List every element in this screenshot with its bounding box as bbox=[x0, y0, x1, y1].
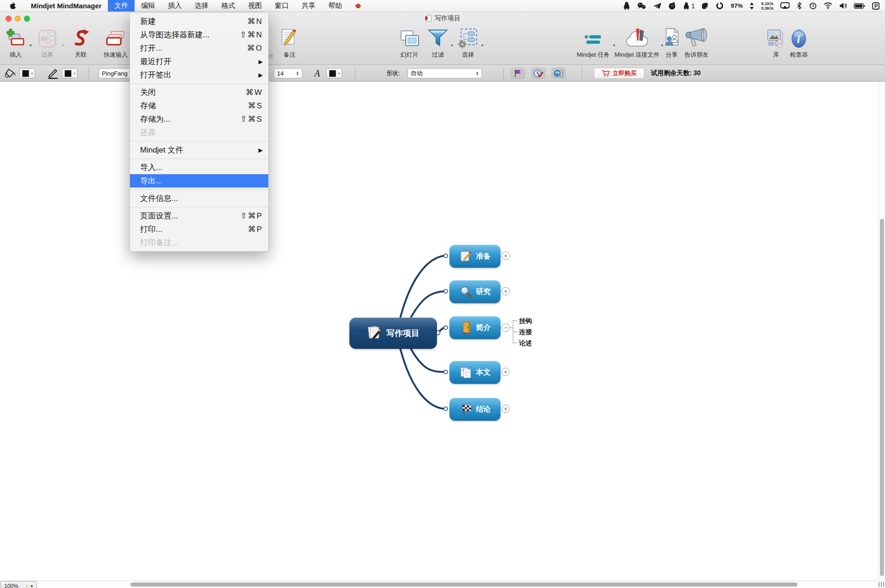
line-color-swatch[interactable]: ▼ bbox=[62, 65, 77, 82]
expand-badge[interactable]: + bbox=[502, 252, 510, 260]
wifi-icon[interactable] bbox=[824, 2, 832, 9]
horizontal-scrollbar[interactable] bbox=[0, 581, 885, 588]
library-button[interactable]: 库 bbox=[767, 26, 785, 59]
updown-arrows-icon[interactable] bbox=[749, 2, 754, 10]
insert-icon bbox=[2, 26, 30, 49]
bomb-app-icon[interactable] bbox=[668, 2, 676, 10]
mindjet-files-button[interactable]: ▼ Mindjet 连接文件 bbox=[613, 26, 661, 59]
ring-app-icon[interactable] bbox=[716, 2, 724, 10]
app-name: Mindjet MindManager bbox=[24, 0, 108, 12]
network-speed[interactable]: 0.1K/s 0.3K/s bbox=[761, 1, 773, 11]
insert-topic-button[interactable]: ▼ 插入 bbox=[2, 26, 30, 59]
slides-button[interactable]: 幻灯片 bbox=[395, 26, 424, 59]
vertical-scrollbar-thumb[interactable] bbox=[880, 219, 884, 576]
cart-icon bbox=[602, 70, 610, 77]
apple-menu-icon[interactable] bbox=[0, 2, 24, 10]
menubar-item-window[interactable]: 窗口 bbox=[268, 0, 295, 12]
buy-now-button[interactable]: 立即购买 bbox=[594, 68, 644, 79]
evernote-icon[interactable] bbox=[702, 2, 709, 10]
subtopic-argument[interactable]: 论述 bbox=[519, 338, 532, 347]
menubar-item-format[interactable]: 格式 bbox=[215, 0, 242, 12]
topic-body[interactable]: A 本文 bbox=[449, 361, 501, 384]
select-button[interactable]: ▼ 选择 bbox=[454, 26, 481, 59]
menu-item-open-recent[interactable]: 最近打开 bbox=[130, 55, 268, 68]
expand-badge[interactable]: + bbox=[502, 368, 510, 376]
share-button[interactable]: 分享 bbox=[662, 26, 681, 59]
boundary-icon bbox=[33, 26, 62, 49]
task-time-button[interactable] bbox=[531, 65, 546, 82]
menubar-item-view[interactable]: 视图 bbox=[242, 0, 268, 12]
collapse-badge[interactable]: − bbox=[502, 323, 510, 332]
bug-app-icon[interactable] bbox=[348, 0, 368, 12]
subtopic-connect[interactable]: 连接 bbox=[519, 327, 532, 336]
fill-color-swatch[interactable]: ▼ bbox=[19, 65, 35, 82]
tell-friends-button[interactable]: 告诉朋友 bbox=[682, 26, 711, 59]
telegram-icon[interactable] bbox=[653, 2, 661, 10]
topic-research[interactable]: 研究 bbox=[449, 280, 501, 303]
relationship-button[interactable]: 关联 bbox=[67, 26, 94, 59]
menubar-item-help[interactable]: 帮助 bbox=[322, 0, 348, 12]
menu-item-page-setup[interactable]: 页面设置...⇧⌘P bbox=[130, 209, 268, 223]
bluetooth-icon[interactable] bbox=[796, 2, 802, 10]
expand-badge[interactable]: + bbox=[502, 405, 510, 413]
zoom-control[interactable]: 100% ▼ bbox=[0, 581, 37, 588]
filter-button[interactable]: ▼ 过滤 bbox=[425, 26, 451, 59]
menu-item-print[interactable]: 打印...⌘P bbox=[130, 223, 268, 236]
line-color-tool[interactable] bbox=[47, 65, 59, 82]
text-color-swatch[interactable]: ▼ bbox=[326, 65, 342, 82]
qq-penguin-icon[interactable] bbox=[623, 2, 630, 10]
shape-label: 形状: bbox=[386, 65, 400, 82]
prepare-notepad-icon bbox=[460, 250, 472, 263]
menu-separator bbox=[130, 189, 268, 190]
menu-item-open[interactable]: 打开...⌘O bbox=[130, 41, 268, 55]
menubar-item-file[interactable]: 文件 bbox=[108, 0, 135, 12]
penguin-badge-icon[interactable] bbox=[683, 2, 690, 10]
volume-icon[interactable] bbox=[839, 2, 847, 9]
chevron-down-icon: ▼ bbox=[450, 44, 454, 47]
resize-grip-icon[interactable] bbox=[879, 582, 884, 587]
wechat-icon[interactable] bbox=[637, 2, 646, 10]
topic-prepare[interactable]: 准备 bbox=[449, 245, 501, 268]
notes-button[interactable]: 备注 bbox=[277, 26, 302, 59]
menu-item-mindjet-files[interactable]: Mindjet 文件 bbox=[130, 143, 268, 157]
flag-marker-button[interactable] bbox=[511, 65, 525, 82]
menu-item-open-checkout[interactable]: 打开签出 bbox=[130, 68, 268, 82]
mindjet-tasks-button[interactable]: ▼ Mindjet 任务 bbox=[573, 26, 613, 59]
menu-item-file-info[interactable]: 文件信息... bbox=[130, 192, 268, 205]
zoom-dropdown-icon[interactable]: ▼ bbox=[27, 584, 36, 588]
font-size-stepper[interactable]: 14▲▼ bbox=[274, 65, 302, 82]
menu-item-import[interactable]: 导入... bbox=[130, 161, 268, 174]
menubar-item-share[interactable]: 共享 bbox=[295, 0, 322, 12]
menubar-item-insert[interactable]: 插入 bbox=[161, 0, 188, 12]
menu-item-save[interactable]: 存储⌘S bbox=[130, 99, 268, 112]
font-style-button[interactable]: A bbox=[314, 65, 320, 82]
fill-color-tool[interactable] bbox=[5, 65, 17, 82]
shape-select[interactable]: 自动▲▼ bbox=[407, 65, 482, 82]
vertical-scrollbar[interactable] bbox=[878, 82, 885, 581]
color-chip bbox=[22, 70, 29, 77]
menu-bar: Mindjet MindManager 文件 编辑 插入 选择 格式 视图 窗口… bbox=[0, 0, 885, 12]
central-topic[interactable]: 写作项目 bbox=[349, 318, 437, 349]
horizontal-scrollbar-thumb[interactable] bbox=[130, 582, 797, 587]
time-machine-icon[interactable] bbox=[809, 2, 817, 10]
topic-introduction[interactable]: 简介 bbox=[449, 316, 501, 339]
hyperlink-button[interactable] bbox=[551, 65, 566, 82]
subtopic-hook[interactable]: 挂钩 bbox=[519, 316, 532, 325]
menu-item-new[interactable]: 新建⌘N bbox=[130, 15, 268, 28]
menubar-item-select[interactable]: 选择 bbox=[188, 0, 215, 12]
flag-icon bbox=[513, 69, 523, 78]
inspector-button[interactable]: i 检查器 bbox=[786, 26, 811, 59]
menu-item-export[interactable]: 导出... bbox=[130, 174, 268, 188]
menu-item-save-as[interactable]: 存储为...⇧⌘S bbox=[130, 112, 268, 126]
topic-conclusion[interactable]: 结论 bbox=[449, 398, 501, 421]
parallels-icon[interactable]: P bbox=[872, 2, 879, 10]
battery-icon[interactable] bbox=[854, 3, 865, 9]
menu-item-new-from-chooser[interactable]: 从导图选择器新建...⇧⌘N bbox=[130, 28, 268, 41]
menu-item-revert: 还原 bbox=[130, 126, 268, 139]
slides-icon bbox=[395, 26, 424, 49]
menu-item-close[interactable]: 关闭⌘W bbox=[130, 86, 268, 99]
tasks-list-icon bbox=[573, 26, 613, 49]
menubar-item-edit[interactable]: 编辑 bbox=[135, 0, 161, 12]
expand-badge[interactable]: + bbox=[502, 287, 510, 295]
airplay-display-icon[interactable] bbox=[780, 2, 790, 9]
